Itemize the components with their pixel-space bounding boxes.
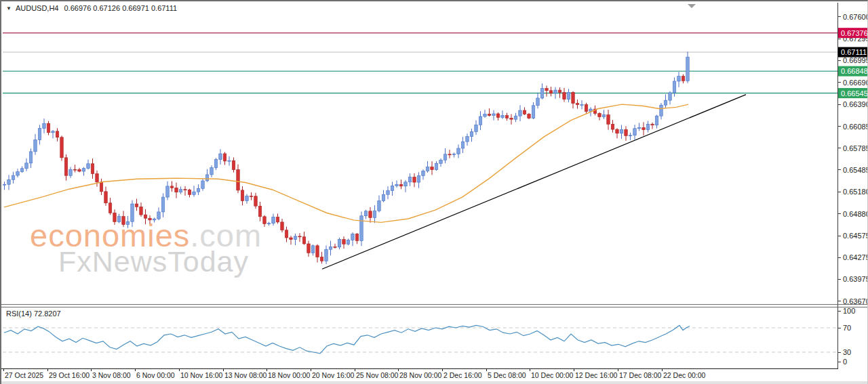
bullish-candle[interactable] bbox=[387, 190, 390, 194]
bullish-candle[interactable] bbox=[470, 131, 473, 136]
bearish-candle[interactable] bbox=[496, 114, 500, 117]
bullish-candle[interactable] bbox=[214, 160, 218, 168]
chart-shift-marker-icon[interactable] bbox=[688, 4, 696, 8]
bullish-candle[interactable] bbox=[532, 106, 535, 119]
bearish-candle[interactable] bbox=[263, 217, 267, 224]
bullish-candle[interactable] bbox=[87, 164, 90, 169]
bearish-candle[interactable] bbox=[563, 93, 566, 100]
bullish-candle[interactable] bbox=[179, 190, 182, 192]
bearish-candle[interactable] bbox=[651, 124, 654, 125]
bullish-candle[interactable] bbox=[373, 211, 376, 217]
bullish-candle[interactable] bbox=[131, 204, 134, 221]
bearish-candle[interactable] bbox=[241, 190, 244, 201]
bullish-candle[interactable] bbox=[364, 211, 368, 216]
bullish-candle[interactable] bbox=[443, 154, 447, 160]
bearish-candle[interactable] bbox=[316, 246, 319, 257]
bullish-candle[interactable] bbox=[29, 152, 33, 163]
bullish-candle[interactable] bbox=[540, 89, 544, 98]
bearish-candle[interactable] bbox=[254, 196, 258, 207]
bearish-candle[interactable] bbox=[625, 129, 628, 135]
bearish-candle[interactable] bbox=[611, 124, 614, 129]
bearish-candle[interactable] bbox=[170, 186, 174, 188]
bearish-candle[interactable] bbox=[598, 113, 601, 116]
bearish-candle[interactable] bbox=[320, 257, 323, 261]
bullish-candle[interactable] bbox=[117, 217, 121, 222]
bearish-candle[interactable] bbox=[149, 218, 152, 220]
bullish-candle[interactable] bbox=[633, 129, 637, 135]
bullish-candle[interactable] bbox=[38, 129, 41, 140]
bearish-candle[interactable] bbox=[281, 222, 284, 230]
bearish-candle[interactable] bbox=[642, 127, 646, 129]
bullish-candle[interactable] bbox=[620, 129, 623, 133]
bullish-candle[interactable] bbox=[325, 249, 328, 261]
bullish-candle[interactable] bbox=[219, 154, 222, 160]
bearish-candle[interactable] bbox=[140, 207, 143, 215]
bullish-candle[interactable] bbox=[554, 90, 557, 93]
moving-average-line[interactable] bbox=[4, 104, 688, 222]
bearish-candle[interactable] bbox=[100, 182, 103, 192]
bullish-candle[interactable] bbox=[492, 114, 496, 116]
bullish-candle[interactable] bbox=[52, 131, 55, 133]
bearish-candle[interactable] bbox=[175, 188, 178, 192]
bullish-candle[interactable] bbox=[69, 169, 73, 175]
bullish-candle[interactable] bbox=[501, 116, 505, 118]
bearish-candle[interactable] bbox=[91, 164, 94, 174]
bullish-candle[interactable] bbox=[514, 116, 517, 119]
bearish-candle[interactable] bbox=[448, 154, 452, 155]
bearish-candle[interactable] bbox=[237, 170, 240, 190]
bullish-candle[interactable] bbox=[673, 81, 676, 93]
bearish-candle[interactable] bbox=[64, 158, 68, 175]
bullish-candle[interactable] bbox=[669, 93, 672, 100]
bearish-candle[interactable] bbox=[78, 169, 81, 171]
bullish-candle[interactable] bbox=[43, 123, 46, 128]
bearish-candle[interactable] bbox=[232, 161, 235, 169]
bearish-candle[interactable] bbox=[528, 114, 531, 118]
bearish-candle[interactable] bbox=[488, 114, 491, 115]
bullish-candle[interactable] bbox=[391, 186, 394, 190]
bullish-candle[interactable] bbox=[457, 148, 460, 154]
bearish-candle[interactable] bbox=[47, 123, 50, 133]
bullish-candle[interactable] bbox=[267, 223, 271, 224]
bullish-candle[interactable] bbox=[461, 142, 465, 148]
ascending-trendline[interactable] bbox=[322, 95, 746, 270]
bullish-candle[interactable] bbox=[153, 219, 156, 220]
bullish-candle[interactable] bbox=[602, 115, 606, 117]
bullish-candle[interactable] bbox=[637, 127, 641, 128]
bullish-candle[interactable] bbox=[536, 98, 540, 106]
bullish-candle[interactable] bbox=[567, 92, 570, 99]
bearish-candle[interactable] bbox=[399, 184, 403, 186]
bullish-candle[interactable] bbox=[426, 167, 429, 171]
bullish-candle[interactable] bbox=[166, 186, 170, 197]
time-axis[interactable]: 27 Oct 202529 Oct 16:003 Nov 08:006 Nov … bbox=[1, 368, 838, 379]
bearish-candle[interactable] bbox=[60, 137, 64, 158]
bearish-candle[interactable] bbox=[104, 192, 108, 203]
bearish-candle[interactable] bbox=[523, 110, 526, 114]
bullish-candle[interactable] bbox=[360, 216, 363, 241]
bearish-candle[interactable] bbox=[549, 91, 553, 93]
bearish-candle[interactable] bbox=[545, 89, 549, 91]
bullish-candle[interactable] bbox=[655, 116, 658, 125]
bearish-candle[interactable] bbox=[122, 217, 125, 225]
bearish-candle[interactable] bbox=[73, 169, 77, 170]
bullish-candle[interactable] bbox=[294, 236, 297, 240]
bullish-candle[interactable] bbox=[395, 184, 399, 186]
bullish-candle[interactable] bbox=[677, 77, 681, 81]
bullish-candle[interactable] bbox=[311, 246, 315, 253]
bullish-candle[interactable] bbox=[82, 169, 85, 171]
bearish-candle[interactable] bbox=[113, 213, 117, 221]
bearish-candle[interactable] bbox=[276, 217, 279, 222]
bullish-candle[interactable] bbox=[378, 201, 381, 211]
bullish-candle[interactable] bbox=[20, 169, 24, 172]
bearish-candle[interactable] bbox=[135, 204, 138, 207]
bearish-candle[interactable] bbox=[290, 238, 293, 240]
bullish-candle[interactable] bbox=[201, 181, 205, 188]
bullish-candle[interactable] bbox=[646, 124, 650, 129]
bullish-candle[interactable] bbox=[408, 177, 412, 182]
bearish-candle[interactable] bbox=[558, 90, 561, 92]
bearish-candle[interactable] bbox=[96, 174, 99, 182]
bearish-candle[interactable] bbox=[250, 196, 253, 197]
bullish-candle[interactable] bbox=[484, 114, 487, 116]
bearish-candle[interactable] bbox=[510, 118, 513, 119]
bearish-candle[interactable] bbox=[307, 244, 311, 253]
bearish-candle[interactable] bbox=[576, 104, 579, 105]
